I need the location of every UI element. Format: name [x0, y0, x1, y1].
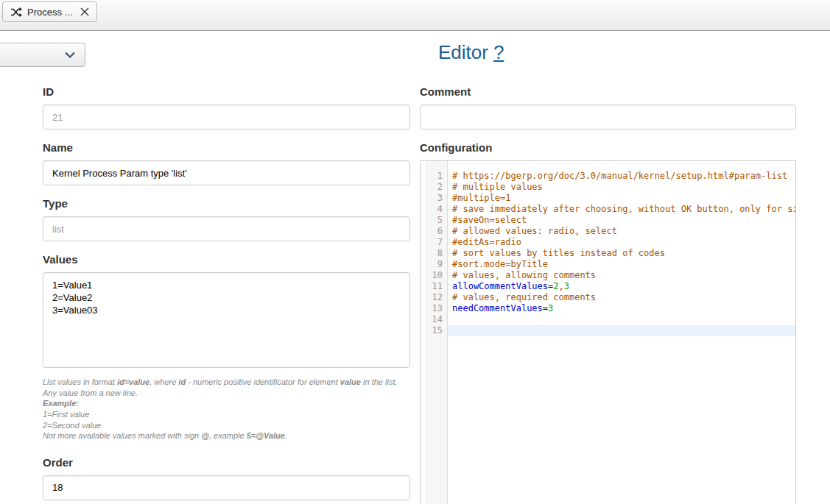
type-input[interactable] — [43, 216, 410, 241]
line-number: 11 — [421, 281, 448, 292]
code-line[interactable]: 3#multiple=1 — [421, 193, 795, 204]
line-number: 9 — [421, 259, 448, 270]
code-line[interactable]: 6# allowed values: radio, select — [421, 226, 795, 237]
values-label: Values — [43, 253, 410, 266]
code-line[interactable]: 12# values, required comments — [421, 292, 795, 303]
code-text: #saveOn=select — [448, 215, 795, 226]
line-number: 5 — [421, 215, 448, 226]
code-line[interactable]: 14 — [421, 314, 795, 325]
param-type-select[interactable] — [0, 43, 85, 67]
code-text: #sort.mode=byTitle — [448, 259, 795, 270]
field-order: Order Defines parameter' position in com… — [43, 456, 410, 504]
code-line[interactable]: 10# values, allowing comments — [421, 270, 795, 281]
code-line[interactable]: 8# sort values by titles instead of code… — [421, 248, 795, 259]
line-number: 2 — [421, 182, 448, 193]
code-editor[interactable]: 1# https://bgerp.org/doc/3.0/manual/kern… — [420, 160, 796, 504]
chevron-down-icon — [64, 49, 76, 60]
line-number: 6 — [421, 226, 448, 237]
tab-bar: Process ... — [0, 0, 830, 31]
code-line[interactable]: 4# save immediately after choosing, with… — [421, 204, 795, 215]
code-line[interactable]: 1# https://bgerp.org/doc/3.0/manual/kern… — [421, 171, 795, 182]
line-number: 4 — [421, 204, 448, 215]
code-line[interactable]: 9#sort.mode=byTitle — [421, 259, 795, 270]
name-input[interactable] — [43, 160, 410, 185]
order-label: Order — [43, 456, 410, 469]
code-editor-lines: 1# https://bgerp.org/doc/3.0/manual/kern… — [421, 161, 795, 336]
name-label: Name — [43, 141, 410, 155]
values-help-text: List values in format id=value, where id… — [43, 377, 410, 441]
id-label: ID — [43, 85, 410, 99]
code-text: #multiple=1 — [448, 193, 795, 204]
field-id: ID — [43, 85, 410, 129]
field-values: Values 1=Value1 2=Value2 3=Value03 List … — [43, 253, 410, 441]
page-title-text: Editor — [438, 41, 488, 63]
code-text: # multiple values — [448, 182, 795, 193]
help-link[interactable]: ? — [493, 41, 504, 63]
code-text: needCommentValues=3 — [448, 303, 795, 314]
line-number: 1 — [421, 171, 448, 182]
line-number: 14 — [421, 314, 448, 325]
code-line[interactable]: 2# multiple values — [421, 182, 795, 193]
values-textarea[interactable]: 1=Value1 2=Value2 3=Value03 — [43, 272, 410, 368]
code-line[interactable]: 7#editAs=radio — [421, 237, 795, 248]
line-number: 7 — [421, 237, 448, 248]
code-text: # sort values by titles instead of codes — [448, 248, 795, 259]
line-number: 15 — [421, 325, 448, 336]
code-text: allowCommentValues=2,3 — [448, 281, 795, 292]
line-number: 13 — [421, 303, 448, 314]
comment-label: Comment — [420, 85, 796, 99]
code-text: # https://bgerp.org/doc/3.0/manual/kerne… — [448, 171, 795, 182]
code-text: # save immediately after choosing, witho… — [448, 204, 795, 215]
field-comment: Comment — [420, 85, 796, 129]
code-text: # values, allowing comments — [448, 270, 795, 281]
shuffle-icon — [10, 7, 22, 17]
code-line[interactable]: 13needCommentValues=3 — [421, 303, 795, 314]
code-text: # allowed values: radio, select — [448, 226, 795, 237]
tab-process[interactable]: Process ... — [2, 1, 97, 22]
line-number: 12 — [421, 292, 448, 303]
configuration-label: Configuration — [420, 141, 796, 155]
code-line[interactable]: 5#saveOn=select — [421, 215, 795, 226]
field-type: Type — [43, 197, 410, 241]
close-icon[interactable] — [80, 7, 89, 16]
type-label: Type — [43, 197, 410, 210]
form-left-column: ID Name Type Values 1=Value1 2=Value2 3=… — [43, 85, 410, 504]
order-input[interactable] — [43, 475, 410, 500]
line-number: 8 — [421, 248, 448, 259]
field-configuration: Configuration 1# https://bgerp.org/doc/3… — [420, 141, 796, 504]
line-number: 3 — [421, 193, 448, 204]
code-line[interactable]: 15 — [421, 325, 795, 336]
line-number: 10 — [421, 270, 448, 281]
form-right-column: Comment Configuration 1# https://bgerp.o… — [420, 85, 796, 504]
code-line[interactable]: 11allowCommentValues=2,3 — [421, 281, 795, 292]
code-text — [448, 314, 795, 325]
code-text — [448, 325, 795, 336]
page-title: Editor? — [438, 41, 504, 64]
id-input[interactable] — [43, 104, 410, 129]
field-name: Name — [43, 141, 410, 185]
comment-input[interactable] — [420, 104, 796, 129]
tab-title: Process ... — [27, 7, 72, 18]
code-text: #editAs=radio — [448, 237, 795, 248]
code-text: # values, required comments — [448, 292, 795, 303]
